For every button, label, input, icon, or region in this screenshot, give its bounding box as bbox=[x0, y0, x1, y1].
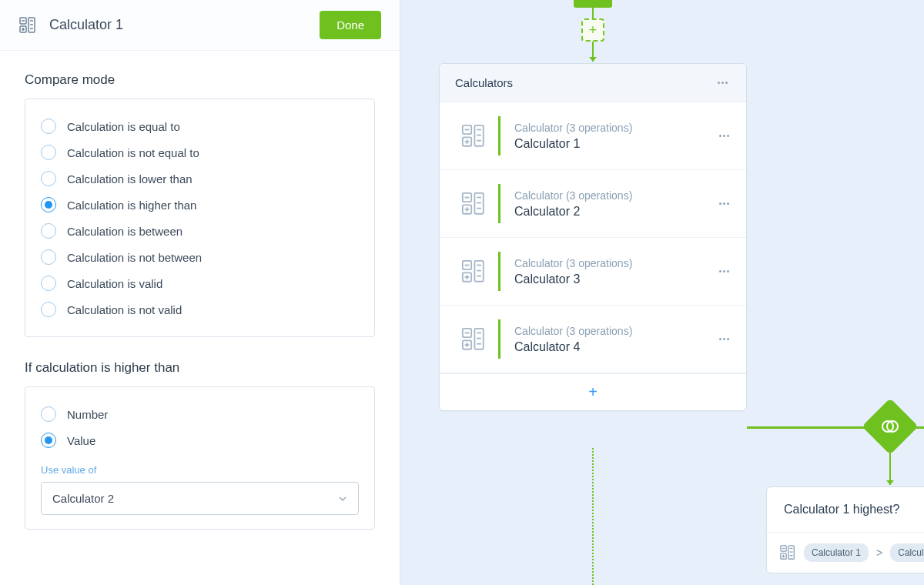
compare-option-label: Calculation is equal to bbox=[67, 120, 180, 133]
add-calculator-button[interactable]: + bbox=[440, 373, 746, 410]
value-select-text: Calculator 2 bbox=[52, 492, 114, 505]
calculator-subtitle: Calculator (3 operations) bbox=[514, 257, 716, 269]
calculator-icon bbox=[18, 16, 37, 35]
value-select[interactable]: Calculator 2 bbox=[41, 482, 359, 515]
panel-header: Calculator 1 Done bbox=[0, 0, 400, 51]
compare-option-label: Calculation is between bbox=[67, 225, 182, 238]
plus-icon: + bbox=[588, 383, 598, 401]
value-type-label: Value bbox=[67, 434, 95, 447]
calculator-icon bbox=[460, 191, 487, 217]
radio-circle-icon bbox=[41, 433, 56, 448]
flow-connector bbox=[592, 8, 594, 18]
calculator-name: Calculator 2 bbox=[514, 205, 716, 219]
compare-option[interactable]: Calculation is not valid bbox=[41, 296, 359, 323]
settings-panel: Calculator 1 Done Compare mode Calculati… bbox=[0, 0, 400, 585]
condition-left-tag: Calculator 1 bbox=[804, 543, 869, 562]
calculator-icon bbox=[779, 544, 796, 561]
compare-option-label: Calculation is not equal to bbox=[67, 146, 199, 159]
add-node-button[interactable]: + bbox=[581, 18, 604, 42]
radio-circle-icon bbox=[41, 406, 56, 422]
item-more-options-button[interactable] bbox=[716, 267, 732, 276]
compare-option-label: Calculation is lower than bbox=[67, 172, 192, 186]
prev-node-stub bbox=[574, 0, 612, 8]
compare-option[interactable]: Calculation is between bbox=[41, 218, 359, 244]
item-more-options-button[interactable] bbox=[716, 335, 732, 343]
calculator-name: Calculator 3 bbox=[514, 272, 716, 286]
calculator-item[interactable]: Calculator (3 operations) Calculator 3 bbox=[440, 238, 746, 306]
compare-mode-group: Calculation is equal to Calculation is n… bbox=[25, 99, 375, 337]
plus-icon: + bbox=[589, 22, 598, 38]
compare-option[interactable]: Calculation is valid bbox=[41, 270, 359, 296]
accent-bar bbox=[498, 184, 500, 223]
calculator-item[interactable]: Calculator (3 operations) Calculator 1 bbox=[440, 102, 746, 170]
condition-node-icon[interactable] bbox=[862, 398, 919, 455]
value-type-option[interactable]: Number bbox=[41, 401, 359, 427]
calculators-node-header: Calculators bbox=[440, 64, 746, 102]
venn-icon bbox=[879, 416, 901, 437]
compare-option-label: Calculation is higher than bbox=[67, 199, 196, 212]
chevron-down-icon bbox=[338, 494, 347, 503]
accent-bar bbox=[498, 252, 500, 291]
value-type-option[interactable]: Value bbox=[41, 427, 359, 453]
radio-circle-icon bbox=[41, 119, 56, 134]
flow-canvas[interactable]: + Calculators Calculator (3 operations) bbox=[400, 0, 924, 585]
arrowhead-icon bbox=[886, 480, 894, 485]
compare-option[interactable]: Calculation is higher than bbox=[41, 192, 359, 218]
calculators-node-title: Calculators bbox=[455, 76, 513, 89]
compare-option-label: Calculation is valid bbox=[67, 277, 162, 290]
condition-node[interactable]: Calculator 1 highest? Calculator 1 > Cal… bbox=[766, 486, 924, 573]
done-button[interactable]: Done bbox=[320, 11, 381, 39]
radio-circle-icon bbox=[41, 197, 56, 212]
compare-option-label: Calculation is not between bbox=[67, 251, 202, 264]
compare-option-label: Calculation is not valid bbox=[67, 303, 182, 316]
accent-bar bbox=[498, 116, 500, 155]
condition-operator: > bbox=[876, 547, 882, 559]
more-options-button[interactable] bbox=[715, 79, 731, 87]
calculator-icon bbox=[460, 123, 487, 149]
condition-card-title: Calculator 1 highest? bbox=[767, 487, 924, 533]
radio-circle-icon bbox=[41, 171, 56, 186]
compare-option[interactable]: Calculation is not equal to bbox=[41, 139, 359, 165]
compare-option[interactable]: Calculation is equal to bbox=[41, 113, 359, 139]
calculator-name: Calculator 4 bbox=[514, 340, 716, 354]
item-more-options-button[interactable] bbox=[716, 132, 732, 140]
calculator-icon bbox=[460, 326, 487, 353]
condition-heading: If calculation is higher than bbox=[25, 360, 375, 376]
calculator-name: Calculator 1 bbox=[514, 137, 716, 151]
radio-circle-icon bbox=[41, 223, 56, 239]
radio-circle-icon bbox=[41, 276, 56, 291]
calculators-node[interactable]: Calculators Calculator (3 operations) Ca… bbox=[439, 63, 747, 411]
condition-right-tag: Calculator 2 bbox=[890, 543, 924, 562]
compare-option[interactable]: Calculation is not between bbox=[41, 244, 359, 270]
compare-mode-heading: Compare mode bbox=[25, 72, 375, 88]
flow-connector-dashed bbox=[592, 448, 594, 585]
calculator-subtitle: Calculator (3 operations) bbox=[514, 189, 716, 202]
accent-bar bbox=[498, 319, 500, 359]
radio-circle-icon bbox=[41, 145, 56, 160]
radio-circle-icon bbox=[41, 249, 56, 265]
arrowhead-icon bbox=[589, 57, 597, 62]
condition-group: Number Value Use value of Calculator 2 bbox=[25, 386, 375, 530]
calculator-icon bbox=[460, 259, 487, 285]
panel-title: Calculator 1 bbox=[49, 17, 123, 33]
item-more-options-button[interactable] bbox=[716, 199, 732, 208]
compare-option[interactable]: Calculation is lower than bbox=[41, 165, 359, 192]
radio-circle-icon bbox=[41, 302, 56, 317]
value-type-label: Number bbox=[67, 408, 108, 421]
use-value-of-label: Use value of bbox=[41, 464, 359, 476]
calculator-subtitle: Calculator (3 operations) bbox=[514, 325, 716, 337]
calculator-item[interactable]: Calculator (3 operations) Calculator 4 bbox=[440, 306, 746, 373]
calculator-subtitle: Calculator (3 operations) bbox=[514, 122, 716, 134]
calculator-item[interactable]: Calculator (3 operations) Calculator 2 bbox=[440, 170, 746, 238]
